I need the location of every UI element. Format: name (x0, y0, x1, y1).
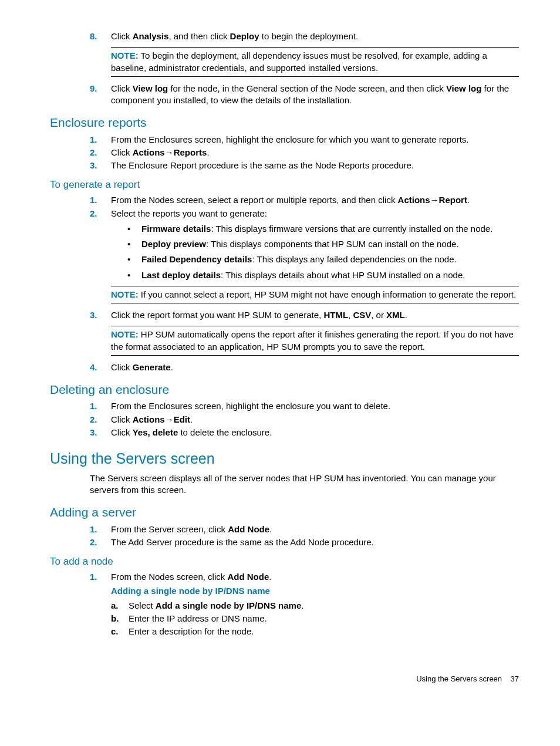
page-footer: Using the Servers screen 37 (50, 674, 519, 684)
body: From the Nodes screen, select a report o… (111, 194, 519, 206)
body: The Add Server procedure is the same as … (111, 536, 519, 548)
text: to delete the enclosure. (178, 427, 272, 437)
bold: Actions (398, 195, 430, 205)
marker: 2. (90, 208, 111, 309)
body: Select Add a single node by IP/DNS name. (129, 600, 303, 612)
arrow: → (165, 147, 174, 157)
bold: Reports (174, 147, 207, 157)
body: From the Server screen, click Add Node. (111, 524, 519, 535)
add-node-sublist: a. Select Add a single node by IP/DNS na… (111, 600, 519, 638)
note-box: NOTE: To begin the deployment, all depen… (111, 47, 519, 77)
enclosure-reports-list: 1. From the Enclosures screen, highlight… (90, 134, 519, 172)
text: . (405, 310, 407, 320)
heading-using-servers-screen: Using the Servers screen (50, 449, 519, 469)
heading-to-generate-report: To generate a report (50, 178, 519, 192)
list-item: Deploy preview: This displays components… (127, 238, 519, 250)
note-box: NOTE: If you cannot select a report, HP … (111, 286, 519, 303)
note-label: NOTE: (111, 289, 139, 299)
heading-to-add-node: To add a node (50, 555, 519, 569)
list-item: b. Enter the IP address or DNS name. (111, 613, 519, 625)
step-9-marker: 9. (90, 83, 111, 107)
bold: Edit (174, 414, 190, 424)
body: From the Enclosures screen, highlight th… (111, 400, 519, 412)
deleting-enclosure-list: 1. From the Enclosures screen, highlight… (90, 400, 519, 438)
text: . (207, 147, 209, 157)
bold: HTML (323, 310, 348, 320)
list-item: 4. Click Generate. (90, 362, 519, 373)
text: Click the report format you want HP SUM … (111, 310, 323, 320)
list-item: 3. The Enclosure Report procedure is the… (90, 160, 519, 171)
list-item: c. Enter a description for the node. (111, 626, 519, 637)
marker: 1. (90, 134, 111, 146)
text: . (171, 362, 173, 372)
body: Click Actions→Reports. (111, 147, 519, 158)
text: : This displays firmware versions that a… (211, 224, 492, 234)
marker: 2. (90, 414, 111, 426)
body: Select the reports you want to generate:… (111, 208, 519, 309)
marker: c. (111, 626, 129, 637)
text: From the Nodes screen, click (111, 572, 227, 582)
note-label: NOTE: (111, 329, 139, 339)
text: : This displays any failed dependencies … (252, 254, 456, 264)
step-9: 9. Click View log for the node, in the G… (90, 83, 519, 107)
text: Click (111, 414, 133, 424)
marker: 4. (90, 362, 111, 373)
text: , and then click (168, 31, 230, 41)
text: . (190, 414, 193, 424)
note-box: NOTE: HP SUM automatically opens the rep… (111, 326, 519, 356)
body: From the Enclosures screen, highlight th… (111, 134, 519, 146)
bold: Deploy preview (141, 239, 206, 249)
body: Click Generate. (111, 362, 519, 373)
text: Click (111, 427, 133, 437)
marker: 2. (90, 147, 111, 158)
bold: Yes, delete (133, 427, 178, 437)
bold: Actions (133, 147, 165, 157)
text: . (269, 572, 271, 582)
body: Click Actions→Edit. (111, 414, 519, 426)
list-item: 2. The Add Server procedure is the same … (90, 536, 519, 548)
list-item: 3. Click the report format you want HP S… (90, 309, 519, 360)
list-item: Last deploy details: This displays detai… (127, 269, 519, 281)
page-number: 37 (511, 674, 519, 683)
bold: Firmware details (141, 224, 211, 234)
step-8: 8. Click Analysis, and then click Deploy… (90, 31, 519, 82)
list-item: 1. From the Server screen, click Add Nod… (90, 524, 519, 535)
add-node-list: 1. From the Nodes screen, click Add Node… (90, 571, 519, 639)
bold: Analysis (133, 31, 169, 41)
note-text: HP SUM automatically opens the report af… (111, 329, 514, 351)
list-item: a. Select Add a single node by IP/DNS na… (111, 600, 519, 612)
footer-label: Using the Servers screen (416, 674, 502, 683)
list-item: 2. Click Actions→Reports. (90, 147, 519, 158)
text: . (301, 600, 303, 610)
text: . (269, 524, 272, 534)
bold: Failed Dependency details (141, 254, 252, 264)
step-8-list: 8. Click Analysis, and then click Deploy… (90, 31, 519, 106)
bold: Deploy (230, 31, 259, 41)
heading-deleting-enclosure: Deleting an enclosure (50, 382, 519, 398)
arrow: → (430, 195, 439, 205)
body: The Enclosure Report procedure is the sa… (111, 160, 519, 171)
marker: 1. (90, 400, 111, 412)
bold: Add Node (228, 524, 269, 534)
bold: View log (446, 83, 482, 93)
marker: 3. (90, 309, 111, 360)
text: Click (111, 83, 133, 93)
step-9-body: Click View log for the node, in the Gene… (111, 83, 519, 107)
bold: View log (133, 83, 168, 93)
text: Click (111, 147, 133, 157)
bold: Add a single node by IP/DNS name (156, 600, 301, 610)
list-item: 1. From the Nodes screen, select a repor… (90, 194, 519, 206)
marker: 1. (90, 571, 111, 639)
subheading-adding-single-node: Adding a single node by IP/DNS name (111, 585, 519, 597)
report-types-list: Firmware details: This displays firmware… (127, 223, 519, 281)
body: Click the report format you want HP SUM … (111, 309, 519, 360)
text: Click (111, 362, 133, 372)
marker: 2. (90, 536, 111, 548)
note-label: NOTE: (111, 50, 139, 60)
list-item: Firmware details: This displays firmware… (127, 223, 519, 235)
heading-enclosure-reports: Enclosure reports (50, 114, 519, 131)
servers-paragraph: The Servers screen displays all of the s… (90, 472, 519, 497)
text: From the Nodes screen, select a report o… (111, 195, 398, 205)
text: . (467, 195, 470, 205)
marker: 3. (90, 160, 111, 171)
